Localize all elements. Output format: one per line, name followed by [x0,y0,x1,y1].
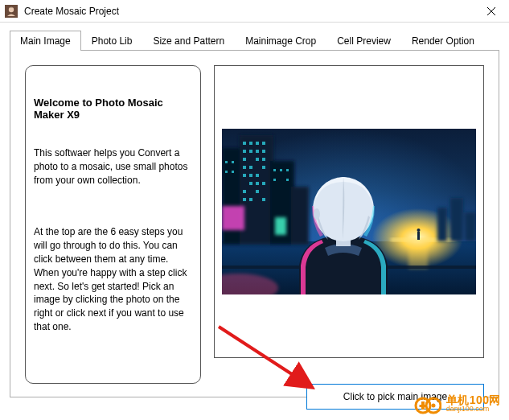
svg-rect-41 [225,171,228,173]
window-title: Create Mosaic Project [23,6,474,17]
svg-rect-44 [280,169,282,171]
svg-rect-52 [465,212,476,241]
pick-main-image-button[interactable]: Click to pick main image [306,384,484,410]
titlebar: Create Mosaic Project [0,0,509,23]
tab-render-option[interactable]: Render Option [401,31,485,51]
svg-rect-31 [249,182,252,185]
svg-rect-24 [262,158,265,161]
svg-rect-29 [249,174,252,177]
svg-rect-34 [243,190,246,193]
svg-rect-40 [232,161,234,163]
welcome-paragraph-2: At the top are the 6 easy steps you will… [34,225,192,333]
svg-rect-38 [262,198,265,201]
svg-rect-21 [262,150,265,153]
svg-rect-22 [243,158,246,161]
svg-rect-37 [249,198,252,201]
tab-photo-lib[interactable]: Photo Lib [81,31,143,51]
svg-rect-43 [273,169,276,171]
svg-rect-32 [256,182,259,185]
svg-rect-9 [408,241,428,269]
close-button[interactable] [474,0,509,23]
tabstrip: Main Image Photo Lib Size and Pattern Ma… [10,31,499,51]
svg-point-54 [417,229,421,232]
welcome-heading: Welcome to Photo Mosaic Maker X9 [34,97,192,121]
welcome-paragraph-1: This softwaer helps you Convert a photo … [34,146,192,187]
tab-label: Cell Preview [337,35,391,47]
svg-rect-19 [249,150,252,153]
tab-cell-preview[interactable]: Cell Preview [326,31,401,51]
svg-rect-13 [291,187,309,245]
close-icon [487,7,495,15]
tab-mainimage-crop[interactable]: Mainimage Crop [235,31,326,51]
svg-rect-35 [256,190,259,193]
tab-label: Main Image [20,35,71,47]
tab-main-image[interactable]: Main Image [10,31,81,51]
svg-rect-42 [232,171,234,173]
svg-rect-49 [275,217,286,235]
svg-rect-26 [249,166,252,169]
preview-column: Click to pick main image [214,65,484,382]
tab-label: Mainimage Crop [245,35,316,47]
svg-rect-27 [262,166,265,169]
welcome-panel: Welcome to Photo Mosaic Maker X9 This so… [25,65,201,384]
svg-rect-39 [225,161,228,163]
tab-size-pattern[interactable]: Size and Pattern [142,31,235,51]
svg-rect-15 [249,142,252,145]
main-image-preview-frame [214,65,484,358]
svg-rect-36 [243,198,246,201]
tab-label: Size and Pattern [153,35,224,47]
svg-point-59 [314,208,320,220]
svg-rect-53 [417,232,420,240]
tab-label: Render Option [412,35,474,47]
svg-rect-33 [262,182,265,185]
svg-rect-50 [437,208,447,241]
svg-rect-47 [286,179,289,181]
svg-rect-14 [243,142,246,145]
svg-rect-16 [256,142,259,145]
svg-rect-45 [286,169,289,171]
svg-rect-48 [222,206,244,230]
svg-rect-28 [243,174,246,177]
svg-rect-23 [256,158,259,161]
svg-rect-46 [273,179,276,181]
tab-panel-main-image: Welcome to Photo Mosaic Maker X9 This so… [10,50,499,397]
svg-rect-18 [243,150,246,153]
svg-rect-51 [450,198,463,241]
svg-rect-30 [256,174,259,177]
pick-main-image-label: Click to pick main image [343,391,447,402]
svg-rect-20 [256,150,259,153]
tab-label: Photo Lib [92,35,133,47]
svg-rect-17 [262,142,265,145]
app-icon [5,5,18,18]
svg-rect-25 [243,166,246,169]
client-area: Main Image Photo Lib Size and Pattern Ma… [0,23,509,420]
main-image-preview[interactable] [222,129,476,294]
